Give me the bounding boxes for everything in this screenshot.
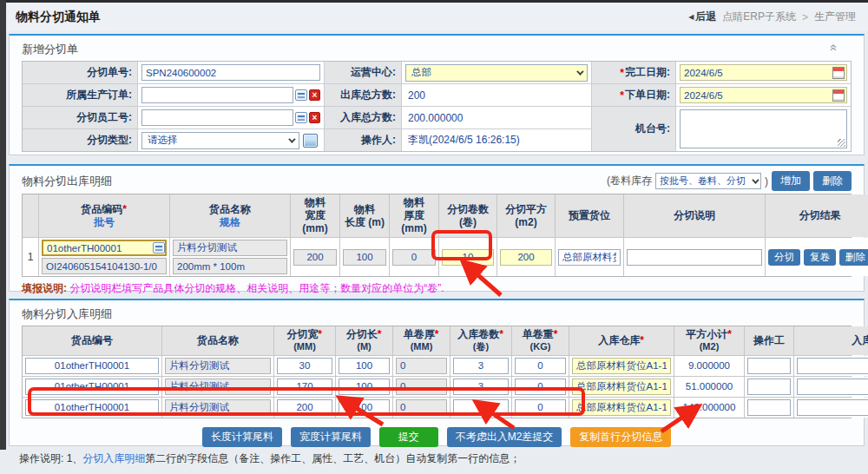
- warehouse-input[interactable]: [572, 379, 671, 395]
- panel-in-detail: 物料分切入库明细 货品编号 货品名称 分切宽*(MM) 分切长*(M) 单卷厚*…: [9, 299, 865, 446]
- warehouse-input[interactable]: [572, 399, 671, 416]
- roll-weight-input[interactable]: [515, 379, 566, 395]
- col-item-name: 货品名称规格: [170, 194, 290, 237]
- worker-input[interactable]: [747, 379, 791, 395]
- roll-weight-input[interactable]: [515, 399, 566, 416]
- panel-new-cut-order: 新增分切单 « 分切单号: 运营中心: 总部 *完工日期: 所属生产订单: × …: [9, 34, 865, 155]
- in-item-name-input[interactable]: [165, 379, 271, 395]
- page-title: 物料分切通知单: [16, 10, 101, 25]
- clear-icon[interactable]: ×: [309, 89, 320, 101]
- panel-new-title: 新增分切单: [22, 41, 852, 58]
- col-cut-result: 分切结果: [766, 194, 868, 237]
- resize-handle[interactable]: [838, 139, 845, 147]
- delete-button[interactable]: 删除: [839, 249, 868, 266]
- lookup-icon[interactable]: [295, 112, 307, 123]
- stock-mode-select[interactable]: 按批号、卷料、分切: [655, 173, 761, 189]
- breadcrumb-current: 生产管理: [814, 10, 856, 24]
- window-left-edge: [0, 0, 6, 450]
- worker-input[interactable]: [747, 358, 791, 374]
- item-spec-input[interactable]: [173, 258, 287, 274]
- cut-length-input[interactable]: [339, 358, 390, 374]
- collapse-panel-icon[interactable]: «: [829, 44, 839, 51]
- order-date-input[interactable]: [680, 87, 847, 103]
- lookup-icon[interactable]: [153, 242, 165, 253]
- item-code-input[interactable]: [42, 240, 167, 256]
- submit-button[interactable]: 提交: [379, 427, 438, 447]
- col-item-name: 货品名称: [162, 326, 273, 355]
- roll-thickness-input[interactable]: [396, 358, 447, 374]
- page-header: 物料分切通知单 ◀后退 点睛ERP子系统 > 生产管理: [5, 0, 868, 31]
- cut-description-input[interactable]: [627, 249, 762, 266]
- add-row-button[interactable]: 增加: [772, 171, 810, 191]
- calc-tail-by-width-button[interactable]: 宽度计算尾料: [291, 427, 371, 447]
- in-detail-table: 货品编号 货品名称 分切宽*(MM) 分切长*(M) 单卷厚*(MM) 入库卷数…: [22, 326, 852, 418]
- cut-width-input[interactable]: [277, 379, 332, 395]
- stock-mode-value: 按批号、卷料、分切: [660, 174, 746, 188]
- label-cut-type: 分切类型:: [23, 129, 137, 151]
- calendar-icon[interactable]: [832, 67, 845, 79]
- copy-first-row-button[interactable]: 复制首行分切信息: [570, 427, 671, 447]
- batch-header-link[interactable]: 批号: [94, 216, 115, 229]
- in-rolls-input[interactable]: [453, 358, 509, 374]
- in-remark-input[interactable]: [797, 358, 868, 374]
- cut-sqm-input[interactable]: [500, 249, 552, 266]
- stock-mode-prefix: (卷料库存: [607, 174, 652, 188]
- operation-note-link[interactable]: 分切入库明细: [82, 452, 145, 464]
- operation-center-select[interactable]: 总部: [405, 64, 588, 82]
- breadcrumb-system[interactable]: 点睛ERP子系统: [722, 10, 796, 24]
- warehouse-input[interactable]: [572, 358, 671, 374]
- roll-thickness-input[interactable]: [396, 399, 447, 416]
- spec-header-link[interactable]: 规格: [220, 216, 240, 229]
- in-item-name-input[interactable]: [165, 358, 271, 374]
- material-length-input[interactable]: [343, 249, 386, 266]
- in-item-code-input[interactable]: [25, 358, 159, 374]
- material-thickness-input[interactable]: [392, 249, 436, 266]
- label-out-total: 出库总方数:: [325, 84, 401, 106]
- col-warehouse: 入库仓库*: [569, 326, 674, 355]
- cut-type-picker-icon[interactable]: [303, 134, 318, 148]
- cut-length-input[interactable]: [339, 379, 390, 395]
- clear-icon[interactable]: ×: [309, 112, 320, 123]
- in-remark-input[interactable]: [797, 379, 868, 395]
- chevron-down-icon: [576, 68, 583, 75]
- calc-tail-by-length-button[interactable]: 长度计算尾料: [202, 427, 282, 447]
- label-finish-date: *完工日期:: [592, 62, 675, 83]
- col-cut-length: 分切长*(M): [336, 326, 392, 355]
- machine-no-field[interactable]: [680, 109, 847, 148]
- cut-width-input[interactable]: [277, 399, 332, 416]
- roll-thickness-input[interactable]: [396, 379, 447, 395]
- rewind-button[interactable]: 复卷: [804, 249, 836, 266]
- worker-input[interactable]: [747, 399, 791, 416]
- fill-note: 填报说明: 分切说明栏填写产品具体分切的规格、相关说明、用途等；数量对应的单位为…: [22, 281, 852, 296]
- col-item-code: 货品编码*批号: [39, 194, 169, 237]
- in-item-code-input[interactable]: [25, 379, 159, 395]
- item-name-input[interactable]: [173, 240, 287, 256]
- preset-location-input[interactable]: [558, 249, 621, 266]
- operation-center-value: 总部: [411, 66, 431, 79]
- cut-width-input[interactable]: [277, 358, 332, 374]
- cut-button[interactable]: 分切: [768, 249, 800, 266]
- roll-weight-input[interactable]: [515, 358, 566, 374]
- delete-row-button[interactable]: 删除: [813, 171, 852, 191]
- finish-date-input[interactable]: [680, 64, 847, 81]
- prod-order-input[interactable]: [141, 87, 293, 103]
- cut-rolls-input[interactable]: [442, 249, 494, 266]
- batch-no-input[interactable]: [42, 258, 167, 274]
- in-rolls-input[interactable]: [453, 399, 509, 416]
- lookup-icon[interactable]: [295, 89, 307, 101]
- calendar-icon[interactable]: [832, 89, 845, 102]
- material-width-input[interactable]: [293, 249, 337, 266]
- sqm-subtotal-value: 51.000000: [686, 381, 733, 392]
- cut-order-no-input[interactable]: [141, 64, 320, 81]
- submit-ignore-m2-button[interactable]: 不考虑出入M2差提交: [447, 427, 562, 447]
- in-remark-input[interactable]: [797, 399, 868, 416]
- back-button[interactable]: ◀后退: [688, 10, 716, 24]
- in-item-code-input[interactable]: [25, 399, 159, 416]
- breadcrumb: ◀后退 点睛ERP子系统 > 生产管理: [688, 10, 856, 24]
- in-item-name-input[interactable]: [165, 399, 271, 416]
- cutter-id-input[interactable]: [141, 109, 293, 126]
- cut-length-input[interactable]: [339, 399, 390, 416]
- cut-type-select[interactable]: 请选择: [141, 132, 299, 149]
- in-rolls-input[interactable]: [453, 379, 509, 395]
- label-cut-order-no: 分切单号:: [23, 62, 137, 83]
